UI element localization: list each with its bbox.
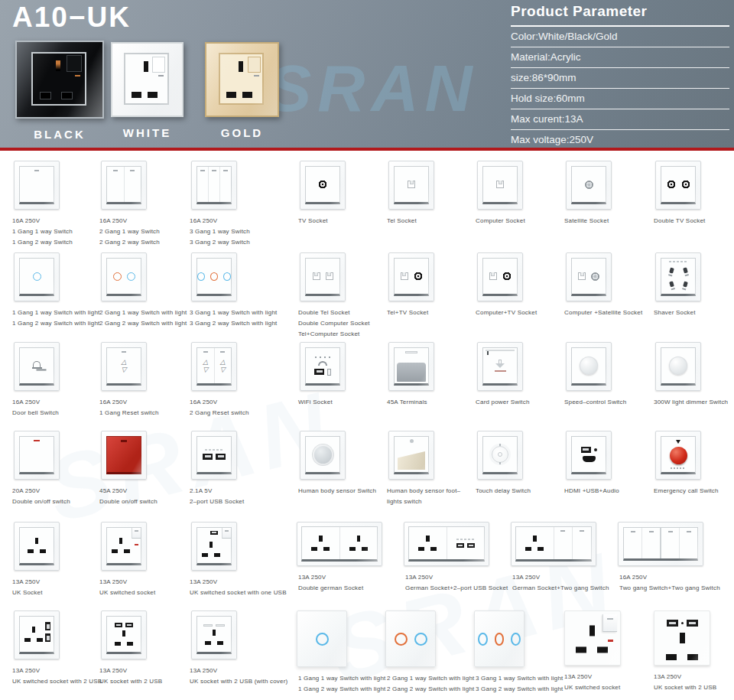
product-labels: 13A 250VUK socket with 2 USB <box>654 673 716 691</box>
product-label: 2 Gang 1 way Switch <box>99 228 160 235</box>
product-labels: 16A 250VDoor bell Switch <box>12 399 60 416</box>
double-jack-socket-thumb <box>300 252 346 301</box>
product-label: 16A 250V <box>190 217 250 224</box>
panel-image <box>205 42 279 117</box>
product-item: △▽△▽16A 250V2 Gang Reset switch <box>185 342 249 416</box>
variant-label: GOLD <box>205 126 279 139</box>
product-labels: Human body sensor Switch <box>298 487 376 494</box>
computer-socket-thumb <box>477 161 523 210</box>
product-item: 45A 250VDouble on/off switch <box>95 431 158 505</box>
product-item: 13A 250VUK socket with 2 USB (with cover… <box>185 610 287 685</box>
uk-switched-socket-2usb-thumb <box>14 610 60 659</box>
product-labels: Tel+TV Socket <box>387 309 434 316</box>
product-label: Human body sensor foot– <box>387 487 460 494</box>
product-item: Human body sensor foot–lights switch <box>382 431 460 505</box>
product-labels: Touch delay Switch <box>476 487 531 494</box>
product-label: 13A 250V <box>99 667 162 674</box>
computer-tv-socket-thumb <box>477 252 523 301</box>
dimmer-knob-thumb <box>655 342 701 391</box>
product-item: Speed–control Switch <box>560 342 626 405</box>
product-label: 1 Gang Reset switch <box>99 409 159 416</box>
product-labels: Shaver Socket <box>654 309 701 316</box>
product-labels: 13A 250VUK switched socket with 2 USB <box>12 667 102 685</box>
product-label: Human body sensor Switch <box>298 487 376 494</box>
product-label: 2 Gang 1 way Switch with light <box>387 675 475 682</box>
variant-white: WHITE <box>111 41 184 139</box>
product-label: UK switched socket <box>99 589 155 596</box>
brand-watermark: SRAN <box>268 50 479 126</box>
parameter-row: Max curent:13A <box>511 109 729 130</box>
two-gang-two-gang-thumb <box>618 522 703 566</box>
product-label: Tel Socket <box>387 217 434 224</box>
product-item: WiFi Socket <box>294 342 346 405</box>
product-label: 3 Gang 1 way Switch <box>190 228 250 235</box>
switch-1gang-thumb <box>14 161 60 210</box>
indicator-icon <box>254 75 259 77</box>
product-label: 13A 250V <box>99 578 155 585</box>
german-socket-2gang-thumb <box>511 522 596 566</box>
product-label: 16A 250V <box>12 399 60 405</box>
product-item: 16A 250VDoor bell Switch <box>8 342 60 416</box>
product-label: Tel+Computer Socket <box>298 330 370 337</box>
product-item: 13A 250VUK Socket <box>8 522 60 596</box>
product-labels: Computer +Satellite Socket <box>564 309 642 316</box>
product-labels: Emergency call Switch <box>654 487 719 494</box>
product-label: Double german Socket <box>298 584 382 591</box>
product-label: 45A Terminals <box>387 399 434 405</box>
product-labels: 13A 250VUK socket with 2 USB (with cover… <box>190 667 287 685</box>
product-label: 3 Gang 2 way Switch with light <box>476 685 563 692</box>
product-label: 3 Gang 1 way Switch with light <box>190 309 278 316</box>
product-item: Emergency call Switch <box>649 431 719 494</box>
product-label: TV Socket <box>298 217 346 224</box>
panel-image <box>15 41 104 119</box>
product-item: Computer+TV Socket <box>471 252 537 316</box>
product-labels: 13A 250VGerman Socket+Two gang Switch <box>512 574 609 591</box>
product-label: Two gang Switch+Two gang Switch <box>619 584 720 591</box>
product-item: 13A 250VUK switched socket <box>560 610 621 691</box>
product-item: TV Socket <box>294 161 346 224</box>
product-item: 13A 250VUK switched socket <box>95 522 155 596</box>
product-label: 13A 250V <box>512 574 609 581</box>
red-rocker-switch-thumb <box>101 431 147 480</box>
product-labels: 1 Gang 1 way Switch with light1 Gang 2 w… <box>12 309 100 327</box>
foot-light-sensor-thumb <box>388 431 434 480</box>
uk-socket-thumb <box>14 522 60 571</box>
product-label: 13A 250V <box>654 673 716 680</box>
product-label: 3 Gang 1 way Switch with light <box>476 675 563 682</box>
product-item: 1 Gang 1 way Switch with light1 Gang 2 w… <box>8 252 100 327</box>
product-label: German Socket+Two gang Switch <box>512 584 609 591</box>
touch-delay-switch-thumb <box>477 431 523 480</box>
product-parameter-panel: Product Parameter Color:White/Black/Gold… <box>511 3 729 150</box>
product-labels: Tel Socket <box>387 217 434 224</box>
product-labels: 16A 250VTwo gang Switch+Two gang Switch <box>619 574 720 591</box>
product-item: 13A 250VUK switched socket with 2 USB <box>8 610 102 685</box>
product-labels: WiFi Socket <box>298 399 346 405</box>
catalog-page: SRAN A10−UK BLACKWHITEGOLD Product Param… <box>0 0 734 700</box>
reset-switch-2gang-thumb: △▽△▽ <box>191 342 237 391</box>
variant-black: BLACK <box>15 41 104 141</box>
product-labels: 13A 250VUK switched socket <box>564 673 621 691</box>
product-label: 2 Gang 2 way Switch with light <box>387 685 475 692</box>
speed-control-knob-thumb <box>566 342 612 391</box>
product-label: 1 Gang 2 way Switch <box>12 239 73 246</box>
product-labels: 16A 250V3 Gang 1 way Switch3 Gang 2 way … <box>190 217 250 246</box>
product-label: Computer +Satellite Socket <box>564 309 642 316</box>
product-label: 1 Gang 2 way Switch with light <box>298 685 386 692</box>
product-label: 16A 250V <box>99 217 160 224</box>
hdmi-usb-audio-socket-thumb <box>566 431 612 480</box>
product-label: Computer+TV Socket <box>476 309 537 316</box>
product-labels: Satellite Socket <box>564 217 612 224</box>
product-labels: 2.1A 5V2–port USB Socket <box>190 487 244 505</box>
product-item: Touch delay Switch <box>471 431 531 494</box>
product-labels: HDMI +USB+Audio <box>564 487 619 494</box>
product-labels: 3 Gang 1 way Switch with light3 Gang 2 w… <box>190 309 278 327</box>
product-labels: 16A 250V2 Gang 1 way Switch2 Gang 2 way … <box>99 217 160 246</box>
product-label: 2 Gang 1 way Switch with light <box>99 309 187 316</box>
product-parameter-title: Product Parameter <box>511 3 729 27</box>
product-label: 13A 250V <box>190 667 287 674</box>
product-item: 45A Terminals <box>382 342 434 405</box>
product-label: 2 Gang Reset switch <box>190 409 249 416</box>
touch-switch-3gang-thumb <box>191 252 237 301</box>
product-label: Double on/off switch <box>12 498 70 505</box>
product-item: 13A 250VUK socket with 2 USB <box>649 610 716 691</box>
